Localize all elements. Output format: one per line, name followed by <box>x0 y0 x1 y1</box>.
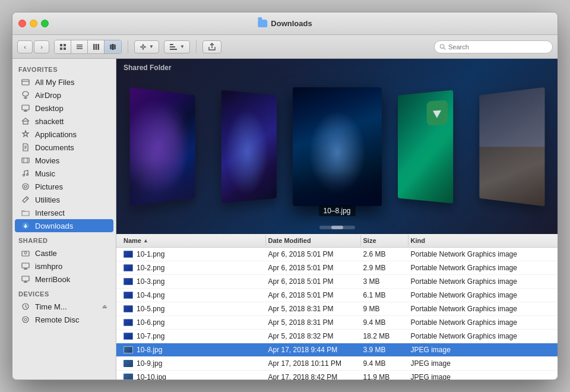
table-row[interactable]: 10-5.png Apr 5, 2018 8:31 PM 9 MB Portab… <box>116 302 558 316</box>
file-kind-cell: Portable Network Graphics image <box>408 248 553 260</box>
file-size-cell: 9 MB <box>361 303 408 315</box>
remote-disc-icon <box>21 315 30 324</box>
cf-item-right-far[interactable] <box>479 87 544 206</box>
cf-item-left-far[interactable] <box>129 87 195 206</box>
file-type-icon <box>124 278 133 285</box>
sidebar-item-merribook[interactable]: MerriBook <box>15 273 113 286</box>
forward-icon: › <box>40 43 43 50</box>
file-date-cell: Apr 6, 2018 5:01 PM <box>266 289 361 301</box>
col-date-header[interactable]: Date Modified <box>266 235 361 246</box>
sidebar-item-label: Intersect <box>35 208 65 217</box>
sidebar-item-downloads[interactable]: Downloads <box>15 219 113 232</box>
file-list: Name ▲ Date Modified Size Kind <box>116 234 558 380</box>
close-button[interactable] <box>18 20 26 27</box>
sidebar-item-label: Applications <box>35 130 77 139</box>
view-column-button[interactable] <box>88 40 104 53</box>
sidebar-item-movies[interactable]: Movies <box>15 154 113 167</box>
traffic-lights <box>18 20 49 27</box>
back-button[interactable]: ‹ <box>17 40 33 53</box>
sidebar-item-music[interactable]: Music <box>15 167 113 180</box>
table-row[interactable]: 10-7.png Apr 5, 2018 8:32 PM 18.2 MB Por… <box>116 330 558 343</box>
col-name-header[interactable]: Name ▲ <box>121 235 266 246</box>
file-name-cell: 10-6.png <box>121 317 266 328</box>
file-size-cell: 2.9 MB <box>361 262 408 274</box>
file-type-icon <box>124 333 133 340</box>
svg-rect-1 <box>64 44 66 46</box>
file-date-cell: Apr 6, 2018 5:01 PM <box>266 248 361 260</box>
eject-icon[interactable]: ⏏ <box>102 304 107 309</box>
file-date-cell: Apr 5, 2018 8:31 PM <box>266 303 361 315</box>
search-input[interactable] <box>448 43 547 50</box>
sidebar-item-castle[interactable]: Castle <box>15 246 113 260</box>
file-size-cell: 6.1 MB <box>361 289 408 301</box>
sidebar-item-all-my-files[interactable]: All My Files <box>15 75 113 88</box>
file-name-cell: 10-2.png <box>121 262 266 274</box>
file-name-cell: 10-4.png <box>121 289 266 301</box>
view-coverflow-button[interactable] <box>104 40 121 53</box>
sidebar-item-airdrop[interactable]: AirDrop <box>15 88 113 102</box>
file-type-icon <box>124 292 133 299</box>
maximize-button[interactable] <box>41 20 49 27</box>
back-icon: ‹ <box>24 43 26 50</box>
sidebar-item-pictures[interactable]: Pictures <box>15 180 113 193</box>
file-name-text: 10-2.png <box>137 264 164 272</box>
cover-flow-scrollbar[interactable] <box>319 226 355 229</box>
file-thumbnail <box>124 264 133 271</box>
cf-item-right-near[interactable] <box>398 90 453 203</box>
file-date-cell: Apr 5, 2018 8:31 PM <box>266 317 361 328</box>
forward-button[interactable]: › <box>34 40 49 53</box>
file-type-icon <box>124 251 133 258</box>
sort-arrow-icon: ▲ <box>143 238 148 244</box>
table-row[interactable]: 10-8.jpg Apr 17, 2018 9:44 PM 3.9 MB JPE… <box>116 343 558 357</box>
sidebar-item-remote-disc[interactable]: Remote Disc <box>15 313 113 326</box>
col-size-header[interactable]: Size <box>361 235 408 246</box>
sidebar-item-ismhpro[interactable]: ismhpro <box>15 260 113 273</box>
svg-rect-18 <box>170 44 173 45</box>
table-row[interactable]: 10-10.jpg Apr 17, 2018 8:42 PM 11.9 MB J… <box>116 371 558 380</box>
svg-point-13 <box>142 46 144 48</box>
minimize-button[interactable] <box>30 20 37 27</box>
file-date-cell: Apr 17, 2018 8:42 PM <box>266 371 361 380</box>
sort-button[interactable]: ▼ <box>164 40 190 53</box>
svg-rect-33 <box>22 158 29 163</box>
action-button[interactable]: ▼ <box>134 40 159 53</box>
file-thumbnail <box>124 292 133 299</box>
search-box[interactable] <box>434 40 553 53</box>
sidebar-item-utilities[interactable]: Utilities <box>15 193 113 206</box>
sidebar-item-time-machine[interactable]: Time M... ⏏ <box>15 300 113 313</box>
sidebar-item-applications[interactable]: Applications <box>15 128 113 141</box>
search-icon <box>439 43 446 50</box>
icon-view-icon <box>59 43 66 50</box>
sidebar-item-intersect[interactable]: Intersect <box>15 206 113 219</box>
folder-title-icon <box>258 20 267 27</box>
file-thumbnail <box>124 278 133 285</box>
table-row[interactable]: 10-6.png Apr 5, 2018 8:31 PM 9.4 MB Port… <box>116 316 558 330</box>
sidebar-item-label: Remote Disc <box>35 315 79 324</box>
finder-window: Downloads ‹ › <box>12 12 558 380</box>
view-icon-button[interactable] <box>55 40 71 53</box>
share-button[interactable] <box>202 40 221 53</box>
file-date-cell: Apr 17, 2018 9:44 PM <box>266 344 361 356</box>
file-date-cell: Apr 6, 2018 5:01 PM <box>266 276 361 287</box>
table-row[interactable]: 10-3.png Apr 6, 2018 5:01 PM 3 MB Portab… <box>116 275 558 289</box>
file-name-text: 10-8.jpg <box>137 346 162 354</box>
table-row[interactable]: 10-1.png Apr 6, 2018 5:01 PM 2.6 MB Port… <box>116 248 558 261</box>
col-kind-header[interactable]: Kind <box>408 235 553 246</box>
sidebar-item-shackett[interactable]: shackett <box>15 115 113 128</box>
svg-rect-6 <box>77 48 83 49</box>
svg-point-21 <box>440 44 444 48</box>
sidebar-item-desktop[interactable]: Desktop <box>15 102 113 115</box>
cf-item-left-near[interactable] <box>221 90 276 203</box>
table-row[interactable]: 10-2.png Apr 6, 2018 5:01 PM 2.9 MB Port… <box>116 261 558 275</box>
svg-rect-7 <box>93 44 95 50</box>
table-row[interactable]: 10-9.jpg Apr 17, 2018 10:11 PM 9.4 MB JP… <box>116 357 558 371</box>
sidebar-item-documents[interactable]: Documents <box>15 141 113 154</box>
svg-rect-19 <box>170 46 175 48</box>
view-list-button[interactable] <box>71 40 88 53</box>
file-name-text: 10-10.jpg <box>137 373 166 380</box>
svg-rect-23 <box>22 80 29 85</box>
file-kind-cell: Portable Network Graphics image <box>408 289 553 301</box>
table-row[interactable]: 10-4.png Apr 6, 2018 5:01 PM 6.1 MB Port… <box>116 289 558 302</box>
cf-item-center[interactable] <box>293 87 382 206</box>
svg-rect-0 <box>60 44 62 46</box>
